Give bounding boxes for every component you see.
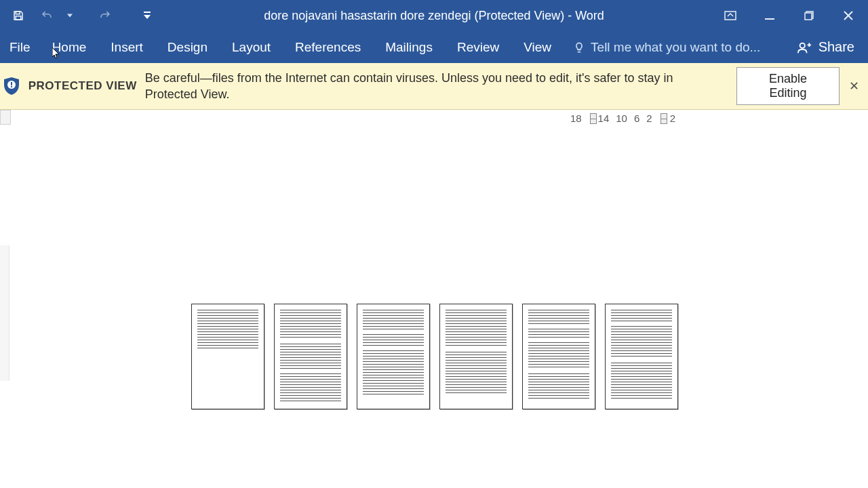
tab-view[interactable]: View xyxy=(511,31,564,63)
indent-marker-icon[interactable] xyxy=(659,113,667,124)
ribbon-display-icon[interactable] xyxy=(711,0,750,31)
page-thumbnail[interactable] xyxy=(357,304,430,409)
undo-dropdown-icon[interactable] xyxy=(64,13,76,18)
page-thumbnail[interactable] xyxy=(274,304,347,409)
protected-view-bar: PROTECTED VIEW Be careful—files from the… xyxy=(0,63,868,110)
ruler-corner xyxy=(0,110,11,125)
page-thumbnails xyxy=(191,304,678,409)
lightbulb-icon xyxy=(573,41,585,54)
ruler-tick: 18 xyxy=(570,113,582,124)
minimize-icon[interactable] xyxy=(750,0,789,31)
window-title: dore nojavani hasastarin dore zendegi (P… xyxy=(264,9,604,23)
page-thumbnail[interactable] xyxy=(605,304,678,409)
ruler-numbers: 18 14 10 6 2 2 xyxy=(570,113,675,124)
ruler-tick: 14 xyxy=(598,113,610,124)
vertical-ruler[interactable] xyxy=(0,245,9,381)
tell-me-placeholder: Tell me what you want to do... xyxy=(591,40,760,55)
ruler-tick: 2 xyxy=(646,113,652,124)
restore-icon[interactable] xyxy=(789,0,829,31)
ruler-tick: 6 xyxy=(634,113,639,124)
protected-view-label: PROTECTED VIEW xyxy=(28,79,137,93)
customize-qat-icon[interactable] xyxy=(141,12,153,20)
svg-point-6 xyxy=(800,43,804,47)
window-controls xyxy=(711,0,868,31)
page-thumbnail[interactable] xyxy=(522,304,595,409)
share-button[interactable]: Share xyxy=(783,31,868,63)
tab-insert[interactable]: Insert xyxy=(98,31,155,63)
save-icon[interactable] xyxy=(7,4,30,27)
quick-access-toolbar xyxy=(0,4,153,27)
tab-file[interactable]: File xyxy=(3,31,40,63)
svg-rect-3 xyxy=(725,12,736,20)
tab-layout[interactable]: Layout xyxy=(220,31,283,63)
svg-rect-0 xyxy=(16,12,20,14)
page-thumbnail[interactable] xyxy=(191,304,264,409)
tab-design[interactable]: Design xyxy=(155,31,220,63)
svg-rect-2 xyxy=(144,12,151,13)
indent-marker-icon[interactable] xyxy=(589,113,597,124)
title-bar: dore nojavani hasastarin dore zendegi (P… xyxy=(0,0,868,31)
protected-view-message: Be careful—files from the Internet can c… xyxy=(145,70,728,103)
close-icon[interactable] xyxy=(829,0,868,31)
page-thumbnail[interactable] xyxy=(439,304,513,409)
svg-rect-4 xyxy=(765,18,774,20)
svg-rect-8 xyxy=(11,82,12,85)
ruler-tick: 2 xyxy=(670,113,675,124)
share-label: Share xyxy=(818,39,854,55)
tab-review[interactable]: Review xyxy=(445,31,511,63)
horizontal-ruler[interactable]: 18 14 10 6 2 2 xyxy=(0,110,868,130)
tell-me-search[interactable]: Tell me what you want to do... xyxy=(564,31,760,63)
tab-references[interactable]: References xyxy=(283,31,373,63)
shield-icon xyxy=(3,76,20,96)
svg-rect-1 xyxy=(16,16,21,20)
protected-view-close-icon[interactable]: ✕ xyxy=(846,79,861,94)
tab-home[interactable]: Home xyxy=(40,31,99,63)
ruler-tick: 10 xyxy=(616,113,627,124)
tab-mailings[interactable]: Mailings xyxy=(373,31,445,63)
svg-rect-5 xyxy=(805,13,812,20)
document-canvas[interactable] xyxy=(0,130,868,488)
enable-editing-button[interactable]: Enable Editing xyxy=(736,67,840,105)
ribbon-tabs: File Home Insert Design Layout Reference… xyxy=(0,31,868,63)
undo-icon[interactable] xyxy=(35,4,58,27)
redo-icon[interactable] xyxy=(94,4,117,27)
share-icon xyxy=(797,40,812,55)
svg-rect-9 xyxy=(11,86,12,87)
